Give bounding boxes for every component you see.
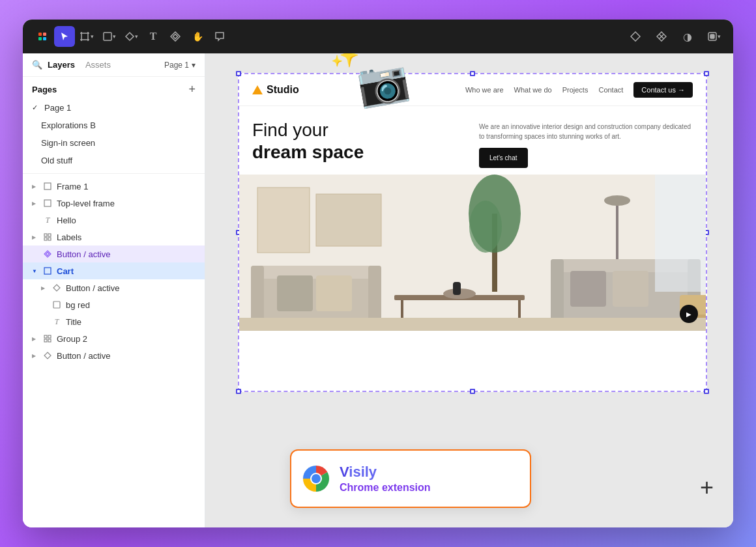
- selection-handle-tl[interactable]: [236, 71, 241, 76]
- expand-icon[interactable]: ▶: [32, 353, 38, 359]
- svg-rect-39: [368, 266, 381, 324]
- selection-handle-bl[interactable]: [236, 389, 241, 394]
- rect-icon: [51, 300, 62, 310]
- expand-icon[interactable]: ▶: [32, 336, 38, 342]
- expand-icon[interactable]: ▶: [32, 184, 38, 189]
- pages-title: Pages: [32, 85, 57, 94]
- svg-rect-51: [613, 271, 648, 307]
- svg-rect-24: [44, 335, 47, 338]
- selection-handle-bc[interactable]: [470, 389, 475, 394]
- expand-icon[interactable]: ▶: [32, 234, 38, 240]
- checkmark-icon: ✓: [32, 104, 38, 112]
- svg-rect-3: [43, 37, 46, 40]
- sparkle-icon: ✨: [330, 53, 360, 69]
- selection-handle-br[interactable]: [704, 389, 709, 394]
- shape-tool-btn[interactable]: ▾: [98, 26, 119, 47]
- frame-icon: [42, 266, 53, 276]
- search-icon[interactable]: 🔍: [32, 60, 42, 70]
- svg-rect-50: [570, 271, 606, 307]
- comment-tool-btn[interactable]: [209, 26, 230, 47]
- figma-menu-btn[interactable]: [32, 26, 53, 47]
- play-btn[interactable]: ▶: [680, 305, 698, 323]
- hero-left: Find your dream space: [252, 119, 466, 168]
- layer-labels-label: Labels: [57, 232, 81, 242]
- contrast-btn[interactable]: ◑: [677, 26, 698, 47]
- svg-point-35: [604, 195, 630, 206]
- page-item-explorations[interactable]: Explorations B: [23, 117, 205, 134]
- layer-cart[interactable]: ▼ Cart: [23, 262, 205, 279]
- select-tool-btn[interactable]: [54, 26, 75, 47]
- layer-button-active-1-label: Button / active: [57, 249, 110, 259]
- chevron-down-icon[interactable]: ▾: [192, 61, 196, 70]
- hand-tool-btn[interactable]: ✋: [187, 26, 208, 47]
- app-window: ▾ ▾ ▾ T: [23, 20, 733, 527]
- figma-community-btn[interactable]: [651, 26, 672, 47]
- canvas[interactable]: 📷 ✨ Studio Who we are What we do Project: [205, 53, 733, 527]
- selection-handle-tc[interactable]: [470, 71, 475, 76]
- layer-button-active-2-label: Button / active: [66, 283, 119, 293]
- svg-rect-4: [81, 33, 88, 40]
- nav-link-whoweare: Who we are: [465, 86, 504, 94]
- layer-bg-red[interactable]: ▶ bg red: [23, 296, 205, 313]
- layer-button-active-1[interactable]: ▶ Button / active: [23, 245, 205, 262]
- lets-chat-btn[interactable]: Let's chat: [479, 148, 528, 168]
- page-item-signin[interactable]: Sign-in screen: [23, 134, 205, 152]
- svg-rect-1: [43, 33, 46, 36]
- design-frame: 📷 ✨ Studio Who we are What we do Project: [238, 73, 707, 392]
- svg-rect-48: [551, 259, 564, 324]
- visily-v: V: [340, 464, 349, 480]
- visily-chrome-card[interactable]: Visily Chrome extension: [290, 449, 531, 508]
- layer-button-active-2[interactable]: ▶ Button / active: [23, 279, 205, 296]
- layer-button-active-3[interactable]: ▶ Button / active: [23, 347, 205, 364]
- svg-rect-55: [453, 282, 461, 295]
- expand-icon[interactable]: ▶: [41, 285, 48, 291]
- svg-rect-25: [48, 335, 51, 338]
- share-btn[interactable]: ▾: [703, 26, 724, 47]
- sofa-scene: [239, 175, 706, 331]
- nav-link-projects: Projects: [562, 86, 589, 94]
- toolbar: ▾ ▾ ▾ T: [23, 20, 733, 53]
- logo-triangle: [252, 85, 263, 94]
- expand-icon[interactable]: ▼: [32, 268, 38, 274]
- svg-rect-13: [104, 33, 111, 40]
- frame-tool-btn[interactable]: ▾: [76, 26, 97, 47]
- sidebar: 🔍 Layers Assets Page 1 ▾ Pages + ✓ Page …: [23, 53, 205, 527]
- layer-toplevel-label: Top-level frame: [57, 199, 115, 208]
- layer-group2[interactable]: ▶ Group 2: [23, 330, 205, 347]
- layer-group2-label: Group 2: [57, 334, 87, 344]
- layer-hello[interactable]: ▶ T Hello: [23, 212, 205, 229]
- svg-rect-2: [38, 37, 42, 40]
- selection-handle-tr[interactable]: [704, 71, 709, 76]
- add-page-btn[interactable]: +: [188, 83, 196, 95]
- frame-icon: [42, 198, 53, 208]
- tab-assets[interactable]: Assets: [85, 60, 111, 70]
- page-item-page1[interactable]: ✓ Page 1: [23, 99, 205, 117]
- layer-labels[interactable]: ▶ Labels: [23, 229, 205, 245]
- expand-icon[interactable]: ▶: [32, 201, 38, 206]
- main-area: 🔍 Layers Assets Page 1 ▾ Pages + ✓ Page …: [23, 53, 733, 527]
- svg-rect-26: [44, 339, 47, 342]
- svg-rect-41: [316, 275, 352, 311]
- website-cta-btn[interactable]: Contact us →: [633, 82, 693, 98]
- grid-icon: [42, 232, 53, 242]
- svg-rect-16: [44, 183, 51, 189]
- layer-frame1[interactable]: ▶ Frame 1: [23, 178, 205, 195]
- page-item-oldstuff[interactable]: Old stuff: [23, 152, 205, 169]
- layer-hello-label: Hello: [57, 216, 76, 225]
- hero-right: We are an innovative interior design and…: [479, 119, 693, 168]
- svg-rect-56: [239, 318, 706, 331]
- svg-rect-37: [251, 266, 381, 279]
- tab-layers[interactable]: Layers: [48, 60, 75, 70]
- prototype-btn[interactable]: [625, 26, 646, 47]
- layer-title[interactable]: ▶ T Title: [23, 313, 205, 330]
- pen-tool-btn[interactable]: ▾: [121, 26, 141, 47]
- add-element-btn[interactable]: +: [700, 474, 714, 501]
- toolbar-right: ◑ ▾: [625, 26, 724, 47]
- svg-rect-20: [44, 238, 47, 240]
- website-mockup: Studio Who we are What we do Projects Co…: [239, 74, 706, 391]
- text-tool-btn[interactable]: T: [143, 26, 164, 47]
- layer-toplevel[interactable]: ▶ Top-level frame: [23, 195, 205, 212]
- divider-pages-layers: [23, 173, 205, 174]
- component-tool-btn[interactable]: [165, 26, 186, 47]
- website-hero: Find your dream space We are an innovati…: [239, 106, 706, 168]
